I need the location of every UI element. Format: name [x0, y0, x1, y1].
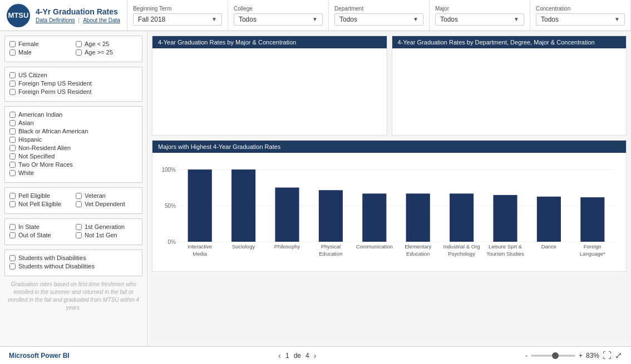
link-separator: | [78, 17, 80, 23]
sidebar-note: Graduation rates based on first-time fre… [7, 281, 140, 312]
ethnicity-filter-box: American Indian Asian Black or African A… [4, 106, 142, 183]
bar-label-2: 75.0% [280, 182, 294, 187]
bar-xlabel-7-1: Tourism Studies [486, 251, 524, 257]
chevron-down-icon: ▼ [614, 16, 620, 22]
zoom-plus-button[interactable]: + [579, 352, 583, 360]
bar-label-4: 66.7% [367, 187, 382, 193]
gender-col: Female Male [9, 41, 71, 57]
eth-black[interactable]: Black or African American [9, 128, 137, 134]
bar-6[interactable] [450, 193, 474, 242]
age-under-25[interactable]: Age < 25 [76, 41, 137, 47]
bar-8[interactable] [537, 197, 561, 242]
eth-white[interactable]: White [9, 169, 137, 176]
bar-xlabel-4-0: Communication [356, 243, 393, 250]
bar-xlabel-9-1: Language* [580, 251, 605, 257]
bar-3[interactable] [319, 190, 343, 242]
eth-asian[interactable]: Asian [9, 119, 137, 126]
powerbi-link[interactable]: Microsoft Power BI [9, 352, 70, 360]
svg-text:0%: 0% [168, 239, 176, 245]
graduation-by-dept-body [392, 48, 627, 135]
logo-links: Data Definitions | About the Data [36, 17, 120, 23]
state-col: In State Out of State [9, 223, 71, 240]
filter-value-beginning-term: Fall 2018 [138, 16, 165, 23]
veteran[interactable]: Veteran [76, 192, 137, 199]
filter-select-beginning-term[interactable]: Fall 2018 ▼ [133, 13, 222, 26]
bar-5[interactable] [406, 193, 430, 242]
vet-dependent[interactable]: Vet Dependent [76, 201, 137, 207]
bar-chart-title: Majors with Highest 4-Year Graduation Ra… [152, 141, 626, 153]
eth-not-specified[interactable]: Not Specified [9, 153, 137, 159]
filter-group-major: Major Todos ▼ [430, 0, 530, 31]
bar-label-6: 66.7% [455, 187, 469, 193]
bar-label-5: 66.7% [411, 187, 425, 193]
age-25-plus[interactable]: Age >= 25 [76, 49, 137, 56]
bar-0[interactable] [188, 169, 212, 242]
graduation-by-major-body [152, 48, 387, 135]
svg-text:100%: 100% [161, 167, 176, 173]
first-gen[interactable]: 1st Generation [76, 223, 137, 230]
bar-xlabel-0-1: Media [193, 251, 208, 257]
bar-xlabel-3-1: Education [319, 251, 342, 257]
pell-col: Pell Eligible Not Pell Eligible [9, 192, 71, 209]
next-page-button[interactable]: › [314, 351, 317, 360]
bar-9[interactable] [580, 197, 604, 242]
bar-xlabel-0-0: Interactive [188, 243, 212, 250]
bar-xlabel-8-0: Dance [541, 243, 556, 250]
eth-two-or-more[interactable]: Two Or More Races [9, 161, 137, 168]
filter-value-department: Todos [339, 16, 357, 23]
bar-1[interactable] [231, 169, 255, 242]
bar-label-1: 100.0% [235, 163, 252, 169]
filter-label-major: Major [435, 6, 524, 12]
pagination: ‹ 1 de 4 › [278, 351, 316, 360]
filter-value-concentration: Todos [541, 16, 559, 23]
gender-age-filter-box: Female Male Age < 25 Age >= 25 [4, 36, 142, 62]
filter-select-department[interactable]: Todos ▼ [334, 13, 423, 26]
not-first-gen[interactable]: Not 1st Gen [76, 232, 137, 238]
fullscreen-icon[interactable]: ⤢ [615, 350, 622, 361]
filter-select-college[interactable]: Todos ▼ [234, 13, 323, 26]
residency-foreign-temp[interactable]: Foreign Temp US Resident [9, 80, 137, 87]
residency-foreign-perm[interactable]: Foreign Perm US Resident [9, 88, 137, 95]
in-state[interactable]: In State [9, 223, 71, 230]
gender-male[interactable]: Male [9, 49, 71, 56]
top-charts: 4-Year Graduation Rates by Major & Conce… [152, 36, 627, 136]
filter-select-concentration[interactable]: Todos ▼ [536, 13, 625, 26]
eth-american-indian[interactable]: American Indian [9, 111, 137, 118]
bar-xlabel-5-0: Elementary [405, 243, 431, 250]
with-disabilities[interactable]: Students with Disabilities [9, 255, 137, 261]
eth-hispanic[interactable]: Hispanic [9, 136, 137, 143]
chevron-down-icon: ▼ [514, 16, 519, 22]
residency-us-citizen[interactable]: US Citizen [9, 72, 137, 78]
about-data-link[interactable]: About the Data [83, 17, 120, 23]
filter-label-concentration: Concentration [536, 6, 625, 12]
chevron-down-icon: ▼ [413, 16, 418, 22]
bar-7[interactable] [493, 195, 517, 242]
eth-non-resident[interactable]: Non-Resident Alien [9, 144, 137, 151]
out-of-state[interactable]: Out of State [9, 232, 71, 238]
disability-filter-box: Students with Disabilities Students with… [4, 250, 142, 276]
zoom-slider[interactable] [531, 355, 575, 357]
pell-not-eligible[interactable]: Not Pell Eligible [9, 201, 71, 207]
bar-4[interactable] [362, 193, 386, 242]
prev-page-button[interactable]: ‹ [278, 351, 281, 360]
filters-bar: Beginning Term Fall 2018 ▼ College Todos… [127, 0, 631, 31]
main-layout: Female Male Age < 25 Age >= 25 US Citize… [0, 31, 631, 346]
zoom-minus-button[interactable]: - [525, 352, 528, 360]
logo-area: MTSU 4-Yr Graduation Rates Data Definiti… [0, 0, 127, 31]
bar-xlabel-6-1: Psychology [448, 251, 475, 257]
without-disabilities[interactable]: Students without Disabilities [9, 263, 137, 270]
filter-select-major[interactable]: Todos ▼ [435, 13, 524, 26]
graduation-by-dept-title: 4-Year Graduation Rates by Department, D… [392, 36, 627, 48]
bar-2[interactable] [275, 188, 299, 242]
filter-value-college: Todos [239, 16, 257, 23]
graduation-by-dept-panel: 4-Year Graduation Rates by Department, D… [392, 36, 627, 136]
page-current: 1 [285, 352, 289, 360]
bar-chart-body: 100%50%0%100.0%InteractiveMedia100.0%Soc… [152, 153, 626, 271]
filter-group-department: Department Todos ▼ [329, 0, 430, 31]
bottom-bar: Microsoft Power BI ‹ 1 de 4 › - + 83% ⛶ … [0, 346, 631, 364]
bar-chart-panel: Majors with Highest 4-Year Graduation Ra… [152, 140, 627, 272]
fit-page-icon[interactable]: ⛶ [603, 351, 612, 361]
data-definitions-link[interactable]: Data Definitions [36, 17, 75, 23]
gender-female[interactable]: Female [9, 41, 71, 47]
pell-eligible[interactable]: Pell Eligible [9, 192, 71, 199]
